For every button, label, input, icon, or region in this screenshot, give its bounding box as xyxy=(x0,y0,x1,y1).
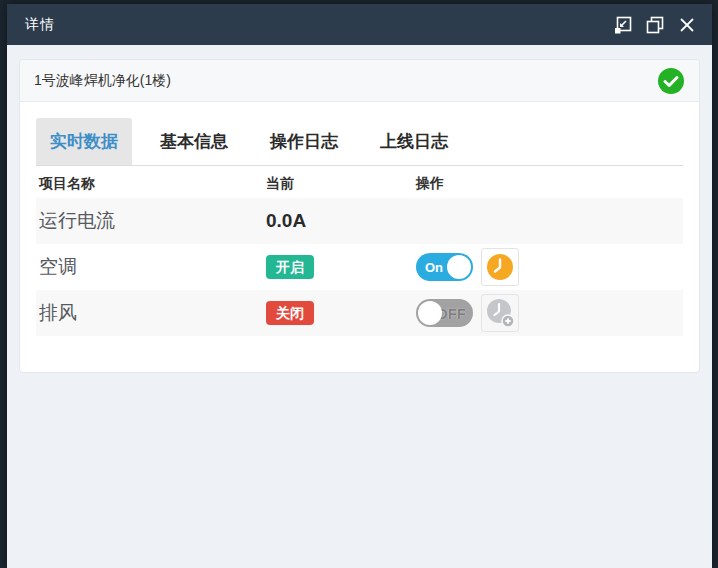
clock-add-icon xyxy=(485,298,515,328)
details-modal: 详情 xyxy=(7,4,712,568)
clock-icon xyxy=(486,253,514,281)
status-badge-off: 关闭 xyxy=(266,301,314,325)
table-row-aircon: 空调 开启 On xyxy=(36,244,683,290)
tab-bar: 实时数据 基本信息 操作日志 上线日志 xyxy=(36,118,683,166)
header-item-name: 项目名称 xyxy=(36,175,266,193)
tab-realtime-data[interactable]: 实时数据 xyxy=(36,118,132,165)
table-row-exhaust: 排风 关闭 OFF xyxy=(36,290,683,336)
header-current: 当前 xyxy=(266,175,416,193)
device-detail-panel: 1号波峰焊机净化(1楼) 实时数据 基本信息 操作日志 上线日志 xyxy=(19,59,700,373)
table-row-current: 运行电流 0.0A xyxy=(36,198,683,244)
current-value: 0.0A xyxy=(266,210,306,231)
status-badge-on: 开启 xyxy=(266,255,314,279)
row-label: 排风 xyxy=(36,300,266,326)
exhaust-timer-button[interactable] xyxy=(481,294,519,332)
tab-basic-info[interactable]: 基本信息 xyxy=(146,118,242,165)
tab-operation-log[interactable]: 操作日志 xyxy=(256,118,352,165)
maximize-icon[interactable] xyxy=(644,14,666,36)
modal-title: 详情 xyxy=(25,16,55,34)
toggle-knob xyxy=(418,301,442,325)
row-label: 空调 xyxy=(36,254,266,280)
toggle-on-label: On xyxy=(425,260,443,275)
toggle-knob xyxy=(447,255,471,279)
aircon-toggle[interactable]: On xyxy=(416,253,473,281)
realtime-data-table: 项目名称 当前 操作 运行电流 0.0A 空调 开启 xyxy=(36,166,683,336)
online-status-check-icon xyxy=(657,67,685,95)
close-icon[interactable] xyxy=(676,14,698,36)
panel-content: 实时数据 基本信息 操作日志 上线日志 项目名称 当前 操作 运行电流 0.0A xyxy=(20,102,699,372)
row-label: 运行电流 xyxy=(36,208,266,234)
device-name: 1号波峰焊机净化(1楼) xyxy=(34,72,171,90)
restore-corner-icon[interactable] xyxy=(612,14,634,36)
tab-online-log[interactable]: 上线日志 xyxy=(366,118,462,165)
exhaust-toggle[interactable]: OFF xyxy=(416,299,473,327)
header-operation: 操作 xyxy=(416,175,683,193)
modal-titlebar: 详情 xyxy=(7,4,712,45)
page-background: 详情 xyxy=(0,0,718,568)
aircon-timer-button[interactable] xyxy=(481,248,519,286)
table-header-row: 项目名称 当前 操作 xyxy=(36,166,683,198)
device-header: 1号波峰焊机净化(1楼) xyxy=(20,60,699,102)
window-controls xyxy=(612,14,698,36)
